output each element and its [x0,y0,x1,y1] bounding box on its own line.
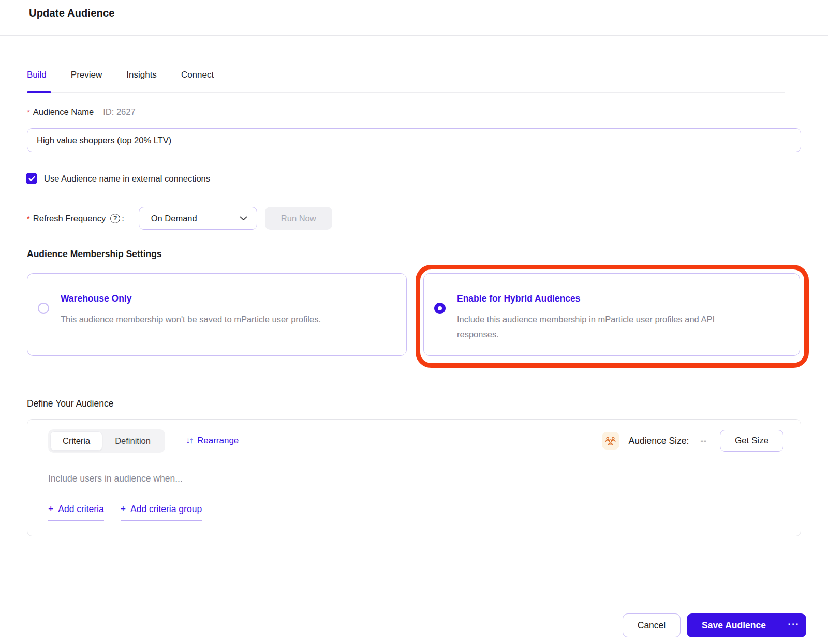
audience-name-input[interactable] [27,128,801,152]
required-marker: * [27,214,30,223]
audience-id-text: ID: 2627 [103,107,135,117]
refresh-frequency-colon: : [122,214,124,223]
check-icon [28,176,35,182]
update-audience-modal: Update Audience Build Preview Insights C… [0,0,828,644]
external-name-checkbox[interactable] [26,173,37,184]
hybrid-audiences-title: Enable for Hybrid Audiences [457,293,581,304]
tab-bar: Build Preview Insights Connect [27,70,214,80]
save-split-button: Save Audience ··· [687,613,806,637]
define-audience-heading: Define Your Audience [27,398,113,409]
tab-connect[interactable]: Connect [181,70,214,80]
rearrange-button[interactable]: ↓↑ Rearrange [186,436,239,446]
add-criteria-group-button[interactable]: + Add criteria group [121,504,202,521]
tab-insights[interactable]: Insights [126,70,157,80]
external-name-checkbox-label: Use Audience name in external connection… [44,174,210,184]
help-icon[interactable]: ? [110,214,120,223]
external-name-row: Use Audience name in external connection… [26,173,210,184]
tab-preview[interactable]: Preview [71,70,102,80]
add-criteria-group-label: Add criteria group [130,504,202,515]
add-criteria-button[interactable]: + Add criteria [48,504,104,521]
hybrid-audiences-radio[interactable] [434,303,446,314]
warehouse-only-option-card[interactable]: Warehouse Only This audience membership … [27,273,407,356]
add-criteria-label: Add criteria [58,504,104,515]
audience-size-label: Audience Size: [629,436,689,446]
hybrid-audiences-description: Include this audience membership in mPar… [457,312,752,342]
warehouse-only-title: Warehouse Only [61,293,131,304]
rearrange-label: Rearrange [197,436,239,446]
get-size-button[interactable]: Get Size [720,430,783,452]
audience-name-label-row: * Audience Name ID: 2627 [27,107,136,117]
header-divider [0,35,828,36]
plus-icon: + [121,504,126,515]
cancel-button[interactable]: Cancel [623,613,681,637]
save-audience-button[interactable]: Save Audience [687,613,781,637]
save-more-options-button[interactable]: ··· [781,613,806,637]
tab-rule [27,92,785,93]
toggle-definition[interactable]: Definition [102,431,163,451]
chevron-down-icon [240,216,247,221]
audience-size-value: -- [700,436,706,446]
audience-size-icon-box [602,432,619,450]
active-tab-indicator [27,91,51,93]
people-group-icon [605,436,616,446]
rearrange-arrows-icon: ↓↑ [186,436,193,446]
criteria-definition-toggle: Criteria Definition [48,429,165,453]
footer-divider [0,604,828,604]
refresh-frequency-selected-value: On Demand [151,214,197,223]
audience-criteria-panel: Criteria Definition ↓↑ Rearrange Audienc… [27,419,801,536]
audience-name-label: Audience Name [33,107,94,117]
add-criteria-links-row: + Add criteria + Add criteria group [48,504,202,521]
plus-icon: + [48,504,53,515]
hybrid-audiences-option-card[interactable]: Enable for Hybrid Audiences Include this… [423,273,800,356]
run-now-button[interactable]: Run Now [265,207,332,230]
membership-settings-heading: Audience Membership Settings [27,249,162,260]
required-marker: * [27,108,30,116]
warehouse-only-description: This audience membership won't be saved … [61,312,321,327]
page-title: Update Audience [29,7,115,19]
toggle-criteria[interactable]: Criteria [50,431,102,451]
criteria-empty-hint: Include users in audience when... [48,473,183,484]
refresh-frequency-label: Refresh Frequency [33,214,106,223]
refresh-frequency-dropdown[interactable]: On Demand [139,207,257,230]
tab-build[interactable]: Build [27,70,47,80]
warehouse-only-radio[interactable] [38,303,49,314]
criteria-panel-header: Criteria Definition ↓↑ Rearrange Audienc… [27,420,801,462]
refresh-frequency-row: * Refresh Frequency ? : On Demand Run No… [27,207,332,230]
